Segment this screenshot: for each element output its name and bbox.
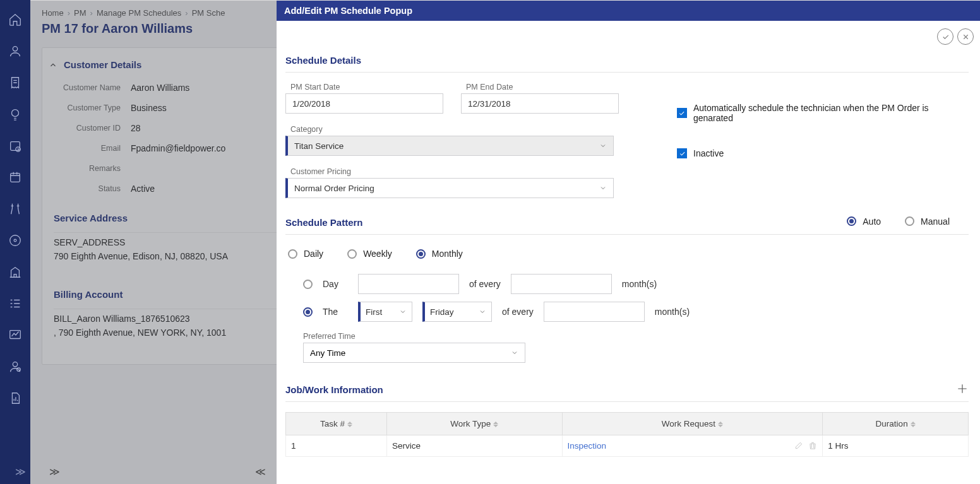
iconbar-collapse-toggle[interactable]: ≫ <box>15 466 26 478</box>
chevron-down-icon <box>599 142 607 150</box>
dayofweek-select[interactable]: Friday <box>422 302 492 322</box>
nav-user-icon[interactable] <box>0 35 30 67</box>
mode-auto-label: Auto <box>863 216 881 227</box>
schedule-pattern-heading: Schedule Pattern <box>285 215 363 228</box>
pm-end-label: PM End Date <box>466 83 619 91</box>
svg-point-5 <box>10 235 21 246</box>
day-label: Day <box>323 279 348 289</box>
pm-schedule-popup: Add/Edit PM Schedule Popup Schedule Deta… <box>277 1 980 484</box>
nav-report-icon[interactable] <box>0 382 30 414</box>
add-job-button[interactable] <box>956 382 969 395</box>
category-select[interactable]: Titan Service <box>285 136 614 156</box>
col-duration[interactable]: Duration <box>823 413 969 435</box>
nav-admin-icon[interactable] <box>0 351 30 382</box>
nav-pm-icon[interactable] <box>0 130 30 162</box>
freq-daily-radio[interactable] <box>288 249 297 259</box>
edit-icon[interactable] <box>794 441 803 450</box>
freq-weekly-label: Weekly <box>363 249 392 259</box>
close-button[interactable] <box>957 28 974 45</box>
cell-workreq: Inspection <box>562 435 823 457</box>
auto-schedule-label: Automatically schedule the technician wh… <box>693 103 969 123</box>
svg-point-1 <box>12 110 19 117</box>
pm-start-label: PM Start Date <box>290 83 443 91</box>
category-value: Titan Service <box>294 141 344 151</box>
pm-end-input[interactable]: 12/31/2018 <box>461 93 619 114</box>
of-every-label-1: of every <box>469 279 501 289</box>
popup-title: Add/Edit PM Schedule Popup <box>277 1 980 21</box>
svg-point-8 <box>13 362 17 367</box>
col-workreq[interactable]: Work Request <box>562 413 823 435</box>
left-iconbar <box>0 0 30 484</box>
inactive-checkbox[interactable] <box>677 148 687 158</box>
freq-monthly-radio[interactable] <box>416 249 426 259</box>
nav-receipt-icon[interactable] <box>0 67 30 98</box>
nav-location-icon[interactable] <box>0 225 30 256</box>
by-the-radio[interactable] <box>303 307 313 317</box>
nav-schedule-icon[interactable] <box>0 162 30 193</box>
job-table: Task # Work Type Work Request Duration 1… <box>285 412 969 457</box>
freq-weekly-radio[interactable] <box>347 249 357 259</box>
cell-duration: 1 Hrs <box>823 435 969 457</box>
chevron-down-icon <box>399 308 407 316</box>
pricing-value: Normal Order Pricing <box>294 184 374 193</box>
freq-monthly-label: Monthly <box>432 249 463 259</box>
nav-building-icon[interactable] <box>0 256 30 288</box>
confirm-button[interactable] <box>937 28 953 45</box>
job-info-heading: Job/Work Information <box>285 382 383 395</box>
sidebar-collapse-toggle[interactable]: ≫ <box>49 466 60 478</box>
pricing-select[interactable]: Normal Order Pricing <box>285 178 614 198</box>
mode-manual-label: Manual <box>921 216 950 227</box>
of-every-label-2: of every <box>502 307 534 317</box>
svg-point-6 <box>14 239 16 242</box>
preferred-time-value: Any Time <box>310 348 345 358</box>
mode-manual-radio[interactable] <box>905 216 914 226</box>
table-row[interactable]: 1 Service Inspection 1 Hrs <box>286 435 969 457</box>
day-months-input[interactable] <box>511 274 612 294</box>
delete-icon[interactable] <box>808 441 817 450</box>
nav-home-icon[interactable] <box>0 4 30 35</box>
by-day-radio[interactable] <box>303 280 313 289</box>
cell-task: 1 <box>286 435 387 457</box>
work-request-link[interactable]: Inspection <box>568 441 607 451</box>
freq-daily-label: Daily <box>304 249 323 259</box>
preferred-time-select[interactable]: Any Time <box>303 343 525 363</box>
pm-start-input[interactable]: 1/20/2018 <box>285 93 443 114</box>
nav-bulb-icon[interactable] <box>0 98 30 130</box>
nav-checklist-icon[interactable] <box>0 288 30 319</box>
chevron-down-icon <box>511 349 518 357</box>
chevron-down-icon <box>479 308 486 316</box>
pricing-label: Customer Pricing <box>290 167 639 176</box>
the-label: The <box>323 307 348 317</box>
ordinal-value: First <box>366 307 382 317</box>
nav-tools-icon[interactable] <box>0 193 30 225</box>
svg-rect-4 <box>11 174 20 182</box>
schedule-details-heading: Schedule Details <box>285 52 969 72</box>
auto-schedule-checkbox[interactable] <box>677 108 687 118</box>
mode-auto-radio[interactable] <box>847 216 856 226</box>
cell-worktype: Service <box>387 435 563 457</box>
category-label: Category <box>290 125 639 134</box>
chevron-down-icon <box>599 184 607 192</box>
months-label-1: month(s) <box>622 279 657 289</box>
ordinal-select[interactable]: First <box>358 302 412 322</box>
svg-point-0 <box>13 47 17 51</box>
preferred-time-label: Preferred Time <box>303 332 969 341</box>
day-number-input[interactable] <box>358 274 459 294</box>
the-months-input[interactable] <box>544 302 645 322</box>
popup-collapse-toggle[interactable]: ≪ <box>255 466 266 478</box>
inactive-label: Inactive <box>693 148 724 158</box>
months-label-2: month(s) <box>655 307 690 317</box>
background-page: Home› PM› Manage PM Schedules› PM Sche P… <box>30 0 980 484</box>
dayofweek-value: Friday <box>430 307 454 317</box>
col-task[interactable]: Task # <box>286 413 387 435</box>
col-worktype[interactable]: Work Type <box>387 413 563 435</box>
nav-chart-icon[interactable] <box>0 319 30 351</box>
